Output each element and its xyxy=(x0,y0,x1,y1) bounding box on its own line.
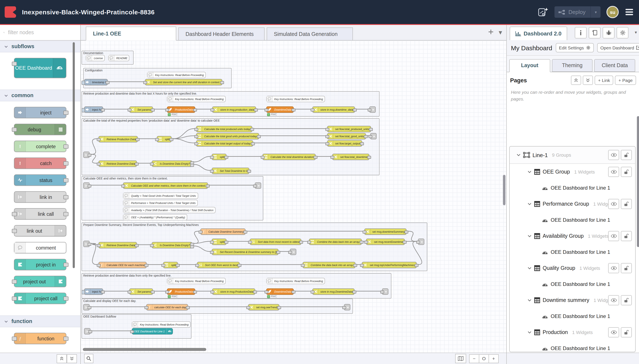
sidebar-caret[interactable]: ▾ xyxy=(635,30,637,35)
open-dashboard-button[interactable]: Open Dashboard xyxy=(597,43,639,52)
flow-node-ch_setsumm[interactable]: set msg.downtimeSummery xyxy=(364,228,407,235)
flow-node-c_key2[interactable]: Key Instructions: Read Before Proceeding xyxy=(147,72,206,78)
flow-node-c_key7a[interactable]: Key Instructions: Read Before Proceeding xyxy=(167,278,226,284)
flow-node-sp_3[interactable]: split xyxy=(212,238,226,245)
flow-node-lo_4[interactable] xyxy=(370,133,377,139)
flow-node-c_readme[interactable]: README xyxy=(108,55,130,61)
visibility-toggle-button[interactable] xyxy=(608,295,619,305)
unlock-toggle-button[interactable] xyxy=(621,167,632,177)
palette-node-link-in[interactable]: link in xyxy=(14,191,66,203)
palette-filter-input[interactable] xyxy=(7,29,77,36)
flow-node-li_4[interactable] xyxy=(83,152,90,158)
flow-node-lo_7[interactable] xyxy=(382,288,388,295)
chevron-down-icon[interactable] xyxy=(527,234,532,238)
flow-node-c_key7b[interactable]: Key Instructions: Read Before Proceeding xyxy=(266,278,325,284)
flow-node-li_8[interactable] xyxy=(83,304,90,310)
unlock-toggle-button[interactable] xyxy=(621,199,632,209)
navigator-map-button[interactable] xyxy=(455,354,466,363)
flow-node-lo_5[interactable] xyxy=(255,182,261,189)
sidebar-scrollbar[interactable] xyxy=(637,116,639,247)
flow-node-ch_trend[interactable]: set msg.oeeTrend xyxy=(248,304,279,310)
flow-group[interactable]: Calculate and display OEE for each day. xyxy=(82,298,353,314)
add-page-button[interactable]: + Page xyxy=(615,76,636,85)
visibility-toggle-button[interactable] xyxy=(608,327,619,338)
collapse-all-button[interactable] xyxy=(571,76,581,85)
flow-node-ch_setd[interactable]: set flow.total_downtime xyxy=(332,154,369,160)
tree-group-row[interactable]: Downtime summery1 Widgets xyxy=(510,292,635,308)
palette-node-function[interactable]: ffunction xyxy=(14,333,66,344)
flow-node-ch_setstore[interactable]: Set and store the current line and shift… xyxy=(145,79,222,85)
flow-node-ch_storedown7[interactable]: store in msg.DowntimeData xyxy=(312,288,355,295)
flow-node-inj_ts[interactable]: timestamp ¹ xyxy=(84,79,108,85)
flow-node-ch_recent[interactable]: set msg.recentDowntime xyxy=(366,238,405,245)
flow-node-ch_params3[interactable]: Set params xyxy=(129,106,153,113)
info-sidebar-button[interactable] xyxy=(575,27,587,38)
palette-node-status[interactable]: status xyxy=(14,174,66,186)
flow-node-sf_node[interactable]: OEE Dashboard for Line 1 xyxy=(132,328,173,334)
dashboard-tab-Layout[interactable]: Layout xyxy=(509,59,550,72)
tree-group-row[interactable]: Production1 Widgets xyxy=(510,324,635,340)
flow-node-lo_6b[interactable] xyxy=(290,249,296,255)
flow-node-jo_d[interactable]: Calculate the total downtime duration xyxy=(262,154,316,160)
flow-tab-Simulated-Data-Generation[interactable]: Simulated Data Generation xyxy=(267,28,353,40)
deploy-button[interactable]: Deploy ▾ xyxy=(554,6,600,18)
visibility-toggle-button[interactable] xyxy=(608,167,619,177)
flow-node-li_6[interactable] xyxy=(83,241,90,247)
unlock-toggle-button[interactable] xyxy=(621,327,632,338)
flow-node-sql_down7[interactable]: DowntimeData xyxy=(266,288,293,295)
flow-node-ch_top[interactable]: set msg.topUnderPerformingMachines xyxy=(362,262,417,268)
palette-category-function[interactable]: function xyxy=(0,316,80,327)
flow-node-c_key3a[interactable]: Key Instructions: Read Before Proceeding xyxy=(167,96,226,102)
flow-node-c_key3b[interactable]: Key Instructions: Read Before Proceeding xyxy=(266,96,325,102)
flow-tab-Dashboard-Header-Elements[interactable]: Dashboard Header Elements xyxy=(178,28,264,40)
user-avatar[interactable]: su xyxy=(606,6,619,18)
flow-node-ch_setb[interactable]: set flow.total_good_units xyxy=(327,133,366,139)
flow-node-sw_6[interactable]: Is Downtime Data Empty? xyxy=(152,242,192,248)
chevron-down-icon[interactable] xyxy=(527,202,532,206)
flow-node-ch_storedown3[interactable]: store in msg.downtime_data xyxy=(312,106,355,113)
zoom-reset-button[interactable]: O xyxy=(479,354,489,363)
flow-node-lo_8[interactable] xyxy=(344,304,350,310)
palette-scrollbar[interactable] xyxy=(73,42,75,268)
dashboard-tab-Theming[interactable]: Theming xyxy=(552,59,592,72)
palette-node-project-in[interactable]: project in xyxy=(14,259,66,270)
tree-group-row[interactable]: Performance Group1 Widgets xyxy=(510,196,635,212)
flow-node-ch_params7[interactable]: Set params xyxy=(129,288,153,295)
flow-node-fn_summ[interactable]: fCalculate Downtime Summery xyxy=(200,228,245,235)
flow-node-inj_7[interactable]: inject ↻ xyxy=(84,288,103,295)
tree-widget-row[interactable]: OEE Dashboard for Line 1 xyxy=(510,340,635,352)
palette-node-project-out[interactable]: project out xyxy=(14,276,66,287)
flow-node-sql_prod7[interactable]: ProductionData xyxy=(167,288,195,295)
tree-widget-row[interactable]: OEE Dashboard for Line 1 xyxy=(510,276,635,292)
palette-node-catch[interactable]: !catch xyxy=(14,158,66,169)
settings-gear-button[interactable] xyxy=(616,27,628,38)
tree-group-row[interactable]: Quality Group1 Widgets xyxy=(510,260,635,276)
flow-node-ch_calcoee[interactable]: Calculate OEE and other metrics, then st… xyxy=(123,182,208,189)
flow-node-fn_day[interactable]: fcalculate OEE for each day xyxy=(146,304,188,310)
palette-node-link-out[interactable]: link out xyxy=(14,225,66,236)
chevron-down-icon[interactable] xyxy=(516,153,521,157)
expand-all-button[interactable] xyxy=(583,76,593,85)
inject-button[interactable] xyxy=(82,290,85,294)
flow-group[interactable]: Retrieve production and downtime data fr… xyxy=(82,273,391,298)
flow-node-fn_mach[interactable]: fCalculate OEE for each machine xyxy=(99,262,147,268)
flow-node-so_2[interactable]: Sort OEE from worst to best xyxy=(197,262,240,268)
flow-node-sp_1[interactable]: split xyxy=(157,136,172,142)
flow-node-ch_retrprod[interactable]: Retrieve Production Data xyxy=(99,136,138,142)
edit-settings-button[interactable]: Edit Settings xyxy=(555,43,593,52)
flow-node-c_p[interactable]: Performance = Total Produced Units / Tot… xyxy=(123,200,198,206)
flow-node-ch_seta[interactable]: set flow.total_produced_units xyxy=(327,126,371,132)
palette-node-inject[interactable]: inject xyxy=(14,107,66,118)
chevron-down-icon[interactable] xyxy=(527,298,532,302)
unlock-toggle-button[interactable] xyxy=(621,231,632,241)
tree-group-row[interactable]: OEE Group1 Widgets xyxy=(510,164,635,180)
flow-tab-Line-1-OEE[interactable]: Line-1 OEE xyxy=(86,26,176,40)
flow-node-ch_storeprod7[interactable]: store in msg.ProductionData xyxy=(212,288,255,295)
flow-node-sql_down3[interactable]: DowntimeData xyxy=(266,106,293,113)
add-link-button[interactable]: + Link xyxy=(595,76,613,85)
dashboard-tab-Client-Data[interactable]: Client Data xyxy=(594,59,635,72)
chevron-down-icon[interactable] xyxy=(527,170,532,174)
flow-group[interactable]: Retrieve production and downtime data fr… xyxy=(82,91,380,116)
tree-group-row[interactable]: Availability Group1 Widgets xyxy=(510,228,635,244)
visibility-toggle-button[interactable] xyxy=(608,231,619,241)
